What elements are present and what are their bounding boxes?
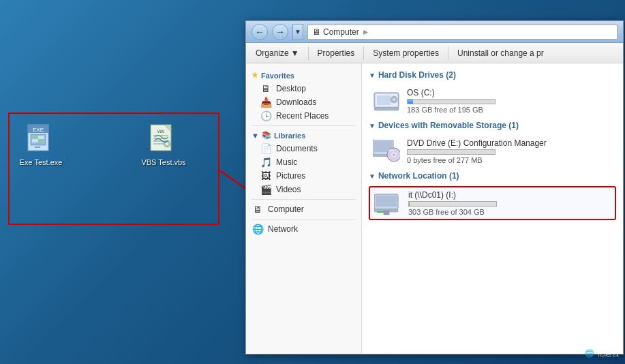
sidebar-item-videos[interactable]: 🎬 Videos — [246, 183, 361, 196]
recent-sidebar-icon: 🕒 — [260, 110, 272, 121]
main-content-area: ▼ Hard Disk Drives (2) OS (C:) — [362, 63, 623, 354]
drive-c-name: OS (C:) — [407, 88, 612, 97]
removable-section-title: ▼ Devices with Removable Storage (1) — [369, 121, 616, 130]
videos-label: Videos — [276, 185, 301, 194]
title-bar: ← → ▼ 🖥 Computer ► — [246, 21, 623, 43]
desktop-icons-area: EXE Exe Test.exe VBS — [14, 123, 191, 166]
toolbar-separator-3 — [448, 46, 448, 60]
dvd-name: DVD Drive (E:) Configuration Manager — [407, 138, 612, 148]
sidebar-libraries-header[interactable]: ▼ 📚 Libraries — [246, 129, 361, 142]
hdd-title-text: Hard Disk Drives (2) — [378, 70, 456, 80]
library-icon: 📚 — [262, 131, 271, 140]
pictures-icon: 🖼 — [260, 170, 272, 181]
removable-title-text: Devices with Removable Storage (1) — [378, 121, 519, 130]
svg-rect-8 — [32, 139, 38, 142]
computer-sidebar-icon: 🖥 — [251, 204, 264, 215]
sidebar-divider-3 — [251, 219, 356, 219]
svg-text:EXE: EXE — [33, 127, 44, 133]
drive-c[interactable]: OS (C:) 183 GB free of 195 GB — [369, 85, 616, 117]
videos-icon: 🎬 — [260, 184, 272, 195]
dvd-free: 0 bytes free of 277 MB — [407, 156, 612, 164]
music-icon: 🎵 — [260, 157, 272, 168]
computer-sidebar-label: Computer — [268, 204, 304, 214]
back-button[interactable]: ← — [251, 24, 268, 40]
network-drive-i-bar-fill — [409, 202, 410, 206]
network-drive-i[interactable]: it (\\Dc01) (I:) 303 GB free of 304 GB — [374, 190, 611, 216]
favorites-label: Favorites — [261, 72, 294, 80]
sidebar-divider-1 — [251, 125, 356, 126]
sidebar-item-computer[interactable]: 🖥 Computer — [246, 202, 361, 216]
history-dropdown-button[interactable]: ▼ — [292, 24, 303, 40]
desktop-icon-exe[interactable]: EXE Exe Test.exe — [14, 123, 68, 166]
network-drive-i-info: it (\\Dc01) (I:) 303 GB free of 304 GB — [408, 190, 611, 216]
svg-rect-26 — [374, 108, 399, 110]
content-area: ★ Favorites 🖥 Desktop 📥 Downloads 🕒 Rece… — [246, 63, 623, 354]
svg-rect-36 — [377, 211, 384, 213]
organize-button[interactable]: Organize ▼ — [250, 46, 305, 60]
svg-point-18 — [166, 142, 168, 145]
vbs-icon-label: VBS Test.vbs — [141, 158, 185, 166]
drive-c-icon — [373, 89, 400, 113]
dvd-drive[interactable]: DVD Drive (E:) Configuration Manager 0 b… — [369, 136, 616, 167]
svg-point-32 — [393, 153, 395, 155]
network-drive-i-bar-container — [408, 201, 497, 207]
drive-c-free: 183 GB free of 195 GB — [407, 106, 612, 114]
forward-button[interactable]: → — [272, 24, 288, 40]
address-chevron: ► — [362, 27, 370, 37]
system-properties-label: System properties — [373, 48, 439, 58]
sidebar-item-documents[interactable]: 📄 Documents — [246, 142, 361, 155]
exe-icon: EXE — [25, 123, 57, 155]
dvd-info: DVD Drive (E:) Configuration Manager 0 b… — [407, 138, 612, 164]
desktop-sidebar-icon: 🖥 — [260, 83, 272, 94]
desktop-sidebar-label: Desktop — [276, 84, 306, 93]
downloads-sidebar-icon: 📥 — [260, 97, 272, 108]
toolbar-separator-1 — [308, 46, 309, 60]
network-sidebar-icon: 🌐 — [251, 224, 264, 234]
sidebar-favorites-header[interactable]: ★ Favorites — [246, 69, 361, 82]
libraries-label: Libraries — [274, 132, 305, 140]
organize-chevron: ▼ — [291, 48, 299, 58]
music-label: Music — [276, 157, 297, 167]
sidebar-item-network[interactable]: 🌐 Network — [246, 222, 361, 236]
hdd-triangle-icon: ▼ — [369, 72, 376, 79]
svg-rect-34 — [376, 196, 397, 207]
toolbar: Organize ▼ Properties System properties … — [246, 43, 623, 63]
pictures-label: Pictures — [276, 171, 305, 181]
properties-label: Properties — [318, 48, 355, 58]
sidebar-divider-2 — [251, 199, 356, 200]
desktop-icon-vbs[interactable]: VBS VBS Test.vbs — [136, 123, 191, 166]
sidebar: ★ Favorites 🖥 Desktop 📥 Downloads 🕒 Rece… — [246, 63, 362, 354]
sidebar-item-pictures[interactable]: 🖼 Pictures — [246, 169, 361, 183]
documents-label: Documents — [276, 144, 318, 153]
network-drive-i-free: 303 GB free of 304 GB — [408, 208, 611, 216]
network-triangle-icon: ▼ — [369, 172, 376, 180]
dvd-bar-container — [407, 149, 496, 155]
star-icon: ★ — [251, 71, 258, 80]
properties-button[interactable]: Properties — [312, 46, 361, 60]
hdd-section-title: ▼ Hard Disk Drives (2) — [369, 70, 616, 80]
network-title-text: Network Location (1) — [378, 171, 459, 181]
sidebar-item-downloads[interactable]: 📥 Downloads — [246, 95, 361, 109]
network-drive-icon — [374, 192, 401, 215]
svg-rect-5 — [35, 147, 40, 148]
svg-text:VBS: VBS — [157, 129, 165, 134]
network-sidebar-label: Network — [268, 224, 298, 234]
system-properties-button[interactable]: System properties — [367, 46, 444, 60]
dvd-icon — [373, 140, 400, 164]
watermark: 🌐 亿速云 — [585, 348, 620, 359]
recent-sidebar-label: Recent Places — [276, 111, 329, 121]
svg-rect-7 — [38, 136, 44, 139]
sidebar-item-desktop[interactable]: 🖥 Desktop — [246, 82, 361, 95]
sidebar-item-music[interactable]: 🎵 Music — [246, 155, 361, 169]
network-section-title: ▼ Network Location (1) — [369, 171, 616, 181]
uninstall-button[interactable]: Uninstall or change a pr — [452, 46, 549, 60]
drive-c-bar-container — [407, 99, 496, 104]
address-bar[interactable]: 🖥 Computer ► — [307, 25, 618, 40]
network-drive-highlighted[interactable]: it (\\Dc01) (I:) 303 GB free of 304 GB — [369, 186, 616, 220]
sidebar-item-recent[interactable]: 🕒 Recent Places — [246, 109, 361, 123]
watermark-icon: 🌐 — [585, 349, 594, 358]
address-computer-icon: 🖥 — [312, 27, 320, 37]
watermark-text: 亿速云 — [597, 348, 620, 359]
address-path: Computer — [323, 27, 359, 37]
drive-c-info: OS (C:) 183 GB free of 195 GB — [407, 88, 612, 114]
